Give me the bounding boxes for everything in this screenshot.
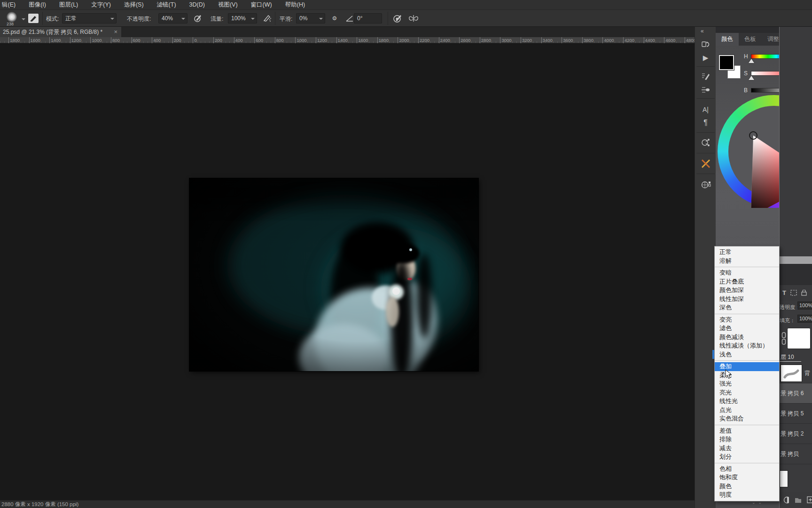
filter-type-icon[interactable]: T <box>782 289 786 296</box>
layer-opacity-value[interactable]: 100% <box>797 302 812 310</box>
hue-slider-thumb[interactable] <box>749 59 754 63</box>
layer-row[interactable]: 景 拷贝 2 <box>780 424 812 444</box>
brush-size-value: 238 <box>7 22 14 26</box>
blend-mode-item[interactable]: 饱和度 <box>715 473 779 482</box>
blend-mode-item[interactable]: 颜色 <box>715 482 779 491</box>
layer-thumbnail[interactable] <box>781 365 802 382</box>
menu-item-5[interactable]: 滤镜(T) <box>150 0 183 10</box>
canvas-area[interactable] <box>0 43 695 500</box>
blend-mode-item[interactable]: 实色混合 <box>715 414 779 423</box>
divider <box>696 98 715 99</box>
ruler-tick <box>357 37 357 43</box>
menu-item-8[interactable]: 窗口(W) <box>244 0 279 10</box>
blend-mode-item[interactable]: 颜色加深 <box>715 286 779 295</box>
blend-mode-item[interactable]: 变暗 <box>715 269 779 278</box>
blend-mode-item[interactable]: 线性减淡（添加） <box>715 341 779 350</box>
layer-filter-row: T <box>780 285 812 301</box>
filter-smart-icon[interactable] <box>801 290 807 296</box>
menu-item-1[interactable]: 图像(I) <box>22 0 53 10</box>
horizontal-ruler: 1800160014001200100080060040020002004006… <box>0 37 695 43</box>
blend-mode-item[interactable]: 线性加深 <box>715 295 779 304</box>
menu-item-2[interactable]: 图层(L) <box>53 0 85 10</box>
layer-row[interactable]: 景 拷贝 6 <box>780 383 812 404</box>
layer-row[interactable]: 景 拷贝 5 <box>780 404 812 424</box>
smooth-select[interactable]: 0% <box>296 13 325 24</box>
blend-mode-item[interactable]: 深色 <box>715 303 779 312</box>
brush-settings-toggle-button[interactable] <box>28 14 39 23</box>
size-pressure-icon[interactable] <box>391 13 403 24</box>
ruler-tick <box>500 37 500 43</box>
ruler-label: 200 <box>174 38 181 43</box>
mode-select[interactable]: 正常 <box>62 13 117 24</box>
character-panel-icon[interactable]: A| <box>695 103 716 116</box>
blend-mode-item[interactable]: 排除 <box>715 435 779 444</box>
saturation-slider-thumb[interactable] <box>749 76 754 80</box>
blend-mode-item[interactable]: 溶解 <box>715 257 779 266</box>
angle-input[interactable]: 0° <box>354 13 382 24</box>
layer-name-edit[interactable]: 层 10 <box>781 353 794 361</box>
adjustment-layer-icon[interactable] <box>783 496 789 504</box>
divider <box>696 132 715 133</box>
actions-play-icon[interactable]: ▶ <box>695 51 716 64</box>
blend-mode-item-selected[interactable]: 叠加 <box>715 362 779 371</box>
brush-settings-panel-icon[interactable] <box>695 70 716 83</box>
airbrush-icon[interactable] <box>261 13 273 24</box>
blend-mode-item[interactable]: 减去 <box>715 444 779 453</box>
foreground-color-swatch[interactable] <box>719 55 734 70</box>
layer-row[interactable]: 景 拷贝 <box>780 444 812 464</box>
filter-shape-icon[interactable] <box>790 290 797 296</box>
blend-mode-item[interactable]: 正片叠底 <box>715 278 779 286</box>
menu-item-6[interactable]: 3D(D) <box>183 0 211 10</box>
menu-item-0[interactable]: 辑(E) <box>1 0 22 10</box>
opacity-pressure-icon[interactable] <box>192 13 203 24</box>
layer-row[interactable]: 背 <box>780 363 812 383</box>
menu-item-4[interactable]: 选择(S) <box>117 0 150 10</box>
brush-picker-chevron-icon[interactable] <box>18 14 29 25</box>
blend-mode-item[interactable]: 正常 <box>715 248 779 257</box>
symmetry-butterfly-icon[interactable] <box>408 13 419 24</box>
blend-mode-item[interactable]: 柔光 <box>715 371 779 380</box>
collapse-panels-icon[interactable]: « <box>701 28 703 34</box>
blend-mode-item[interactable]: 浅色 <box>715 350 779 359</box>
brush-preview-icon[interactable] <box>7 12 17 22</box>
brushes-panel-icon[interactable] <box>695 83 716 96</box>
menu-item-3[interactable]: 文字(Y) <box>85 0 117 10</box>
status-chevron-icon[interactable]: › <box>75 501 77 507</box>
menu-item-9[interactable]: 帮助(H) <box>279 0 312 10</box>
layers-panel-strip: T 透明度： 100% 填充： 100% 层 10 背景 拷贝 6景 拷贝 5景… <box>779 27 812 508</box>
layer-name-underline <box>780 361 801 362</box>
paragraph-panel-icon[interactable]: ¶ <box>695 116 716 129</box>
ruler-label: 800 <box>112 38 120 43</box>
blend-mode-item[interactable]: 强光 <box>715 380 779 389</box>
blend-mode-item[interactable]: 变亮 <box>715 316 779 325</box>
tab-swatches[interactable]: 色板 <box>739 33 762 46</box>
new-group-icon[interactable] <box>795 497 801 503</box>
blend-mode-item[interactable]: 划分 <box>715 452 779 461</box>
menu-item-7[interactable]: 视图(V) <box>211 0 244 10</box>
blend-mode-item[interactable]: 线性光 <box>715 397 779 406</box>
blend-mode-item[interactable]: 色相 <box>715 465 779 474</box>
document-image[interactable] <box>189 178 478 371</box>
crossed-brushes-icon[interactable] <box>695 157 716 170</box>
layer-fill-value[interactable]: 100% <box>797 315 812 323</box>
new-layer-icon[interactable] <box>807 496 812 503</box>
clone-source-panel-icon[interactable] <box>695 136 716 149</box>
blend-mode-item[interactable]: 滤色 <box>715 324 779 333</box>
blend-mode-item[interactable]: 差值 <box>715 427 779 436</box>
blend-mode-item[interactable]: 点光 <box>715 406 779 415</box>
ruler-tick <box>377 37 378 43</box>
blend-mode-item[interactable]: 颜色减淡 <box>715 333 779 342</box>
opacity-select[interactable]: 40% <box>158 13 187 24</box>
smoothing-gear-icon[interactable]: ⚙ <box>329 13 340 24</box>
document-tab[interactable]: 25.psd @ 21.3% (背景 拷贝 6, RGB/8) * × <box>0 27 121 37</box>
background-layer-thumb[interactable] <box>780 470 788 487</box>
blend-mode-item[interactable]: 亮光 <box>715 389 779 397</box>
tab-close-icon[interactable]: × <box>114 27 117 37</box>
materials-panel-icon[interactable] <box>695 178 716 191</box>
flow-select[interactable]: 100% <box>228 13 257 24</box>
layer-style-swatch[interactable] <box>787 328 811 349</box>
tab-color[interactable]: 颜色 <box>716 33 739 46</box>
ruler-tick <box>70 37 70 43</box>
blend-mode-item[interactable]: 明度 <box>715 491 779 500</box>
history-snapshot-icon[interactable] <box>695 38 716 51</box>
